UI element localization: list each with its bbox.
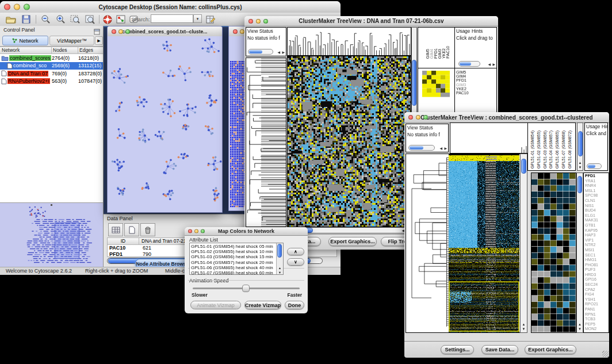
vizmapper-icon[interactable] xyxy=(115,14,127,25)
scrollbar-thumb[interactable] xyxy=(578,131,583,156)
scroll-down-icon[interactable]: ▼ xyxy=(577,327,583,331)
treeview2-global-vscrollbar[interactable]: ▲ ▼ xyxy=(520,154,527,333)
table-row-selected[interactable]: combined_sco 2569(6) 13112(15) xyxy=(0,62,103,70)
attribute-list-item[interactable]: GPL51-06 (GSM865) heat shock 40 min xyxy=(191,265,276,270)
table-row[interactable]: DNA and Tran 07 769(0) 183728(0) xyxy=(0,70,103,78)
minimize-icon[interactable] xyxy=(416,115,420,120)
tab-network[interactable]: Network xyxy=(2,36,48,45)
animation-speed-slider-thumb[interactable] xyxy=(242,285,250,292)
treeview2-row-dendrogram[interactable] xyxy=(406,154,450,333)
attribute-list-item[interactable]: GPL51-02 (GSM855) heat shock 10 min xyxy=(191,249,276,254)
search-input[interactable] xyxy=(151,14,193,23)
scrollbar-thumb[interactable] xyxy=(412,60,416,106)
col-header-edges[interactable]: Edges xyxy=(78,47,103,54)
column-dendrogram-canvas[interactable] xyxy=(288,28,411,55)
network-view-title-bar[interactable]: combined_scores_good.txt--cluste... xyxy=(108,26,222,37)
zoom-selected-icon[interactable] xyxy=(69,14,82,25)
create-vizmap-button[interactable]: Create Vizmap xyxy=(244,301,281,309)
treeview2-title-bar[interactable]: ClusterMaker TreeView : combined_scores_… xyxy=(404,112,609,123)
table-row[interactable]: RNAPuberNov2+I 563(0) 107847(0) xyxy=(0,78,103,86)
new-attribute-icon[interactable] xyxy=(124,223,139,236)
attribute-list-item[interactable]: GPL51-01 (GSM854) heat shock 05 min xyxy=(191,244,276,249)
minimize-icon[interactable] xyxy=(194,229,198,233)
treeview1-row-dendrogram[interactable] xyxy=(246,58,286,227)
close-icon[interactable] xyxy=(408,115,413,120)
treeview1-column-dendrogram[interactable] xyxy=(287,27,411,56)
gene-list[interactable]: PFD1YRA1RNR4MSL1SPC98CLN1NIS1BUD4ELG1MAK… xyxy=(585,174,598,332)
scroll-down-icon[interactable]: ▼ xyxy=(577,165,583,170)
search-dropdown-button[interactable]: ▾ xyxy=(193,14,202,23)
zoom-in-icon[interactable] xyxy=(54,14,67,25)
scroll-up-icon[interactable]: ▲ xyxy=(521,322,527,327)
delete-attribute-trash-icon[interactable] xyxy=(140,223,155,236)
move-down-button[interactable]: ∨ xyxy=(287,258,304,266)
zoom-window-icon[interactable] xyxy=(24,4,30,10)
move-up-button[interactable]: ∧ xyxy=(287,248,304,255)
scroll-right-icon[interactable]: ▶ xyxy=(444,145,447,151)
animate-vizmap-button[interactable]: Animate Vizmap xyxy=(190,301,241,309)
zoom-window-icon[interactable] xyxy=(423,115,428,120)
scroll-left-icon[interactable]: ◀ xyxy=(488,62,491,67)
network-view-2-canvas[interactable] xyxy=(229,36,246,210)
attribute-list-item[interactable]: GPL51-03 (GSM856) heat shock 15 min xyxy=(191,254,276,259)
dialog-title-bar[interactable]: Map Colors to Network xyxy=(185,227,308,236)
heatmap-canvas[interactable] xyxy=(288,56,411,227)
tab-overflow-button[interactable]: ▶ xyxy=(95,36,103,45)
network-view-2-title-bar[interactable] xyxy=(229,26,246,37)
zoom-window-icon[interactable] xyxy=(201,229,205,233)
col-header-nodes[interactable]: Nodes xyxy=(52,47,78,54)
tab-vizmapper[interactable]: VizMapper™ xyxy=(49,36,94,45)
save-icon[interactable] xyxy=(20,14,32,25)
list-vscrollbar[interactable]: ▲ ▼ xyxy=(276,243,283,274)
zoom-window-icon[interactable] xyxy=(263,19,268,24)
window-controls[interactable] xyxy=(4,4,30,10)
scroll-up-icon[interactable]: ▲ xyxy=(577,322,583,327)
treeview2-zoom-heatmap[interactable] xyxy=(531,173,576,333)
main-title-bar[interactable]: Cytoscape Desktop (Session Name: collins… xyxy=(0,1,341,13)
treeview1-gene-list[interactable]: GIM5GIM4PFD1GIM3YKE2PAC10 xyxy=(456,70,469,95)
minimize-icon[interactable] xyxy=(256,19,261,24)
treeview1-title-bar[interactable]: ClusterMaker TreeView : DNA and Tran 07-… xyxy=(244,16,498,26)
close-icon[interactable] xyxy=(233,29,238,34)
close-icon[interactable] xyxy=(248,19,253,24)
scrollbar-thumb[interactable] xyxy=(521,159,526,174)
scrollbar-thumb[interactable] xyxy=(577,176,582,193)
treeview1-heatmap[interactable] xyxy=(287,56,411,227)
row-dendrogram-canvas[interactable] xyxy=(246,58,286,227)
global-heatmap-canvas[interactable] xyxy=(449,154,519,332)
attribute-editor-icon[interactable] xyxy=(205,14,216,25)
attribute-table-icon[interactable] xyxy=(108,223,123,236)
scroll-left-icon[interactable]: ◀ xyxy=(439,145,442,151)
close-icon[interactable] xyxy=(4,4,10,10)
scrollbar-thumb[interactable] xyxy=(277,244,282,258)
zoom-fit-icon[interactable] xyxy=(84,14,97,25)
zoom-heatmap-canvas[interactable] xyxy=(531,173,576,332)
row-dendrogram-canvas[interactable] xyxy=(406,154,449,332)
col-header-network[interactable]: Network xyxy=(0,47,52,54)
column-dendrogram-canvas[interactable] xyxy=(450,123,528,153)
close-icon[interactable] xyxy=(112,29,116,34)
scroll-right-icon[interactable]: ▶ xyxy=(492,62,495,67)
network-view-canvas[interactable] xyxy=(108,36,222,212)
settings-button[interactable]: Settings... xyxy=(441,345,474,354)
scroll-down-icon[interactable]: ▼ xyxy=(521,327,527,331)
attribute-list[interactable]: GPL51-01 (GSM854) heat shock 05 minGPL51… xyxy=(189,243,284,275)
minimize-icon[interactable] xyxy=(14,4,20,10)
pill-scrollbar[interactable] xyxy=(458,61,480,67)
zoom-window-icon[interactable] xyxy=(125,29,130,34)
resize-grip[interactable] xyxy=(602,351,609,357)
minimize-icon[interactable] xyxy=(240,29,244,34)
treeview2-column-dendrogram[interactable] xyxy=(450,122,529,154)
scroll-down-icon[interactable]: ▼ xyxy=(277,271,283,274)
save-data-button[interactable]: Save Data... xyxy=(481,345,518,354)
similarity-matrix-canvas[interactable] xyxy=(422,71,450,97)
close-icon[interactable] xyxy=(188,229,192,233)
treeview2-global-heatmap[interactable] xyxy=(449,154,521,333)
network-overview-canvas[interactable] xyxy=(0,203,103,267)
treeview2-zoom-vscrollbar[interactable]: ▲ ▼ xyxy=(576,173,583,333)
scroll-right-icon[interactable]: ▶ xyxy=(282,49,285,55)
zoom-out-icon[interactable] xyxy=(39,14,52,25)
attribute-list-item[interactable]: GPL51-07 (GSM868) heat shock 60 min xyxy=(191,270,276,275)
data-col-id[interactable]: ID xyxy=(108,238,139,245)
attribute-list-item[interactable]: GPL51-04 (GSM857) heat shock 20 min xyxy=(191,260,276,265)
